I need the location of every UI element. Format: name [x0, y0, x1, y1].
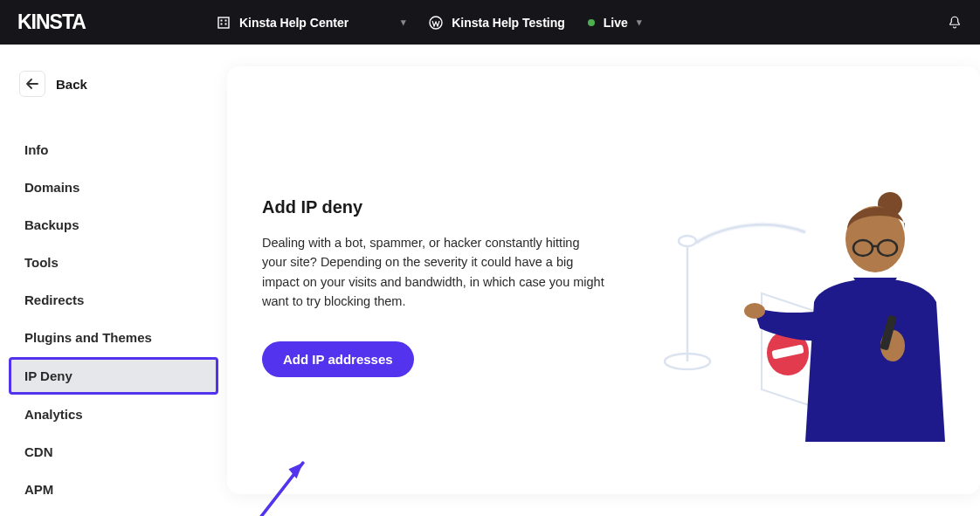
svg-rect-1 [220, 19, 222, 21]
sidebar-item-tools[interactable]: Tools [9, 244, 218, 280]
svg-rect-4 [224, 23, 226, 24]
svg-point-8 [679, 236, 696, 246]
building-icon [217, 16, 231, 30]
env-selector[interactable]: Live ▾ [588, 16, 642, 30]
svg-line-24 [247, 463, 303, 516]
sidebar-item-ip-deny[interactable]: IP Deny [9, 357, 218, 395]
chevron-down-icon: ▾ [401, 17, 406, 28]
svg-marker-25 [288, 463, 302, 478]
sidebar-item-domains[interactable]: Domains [9, 169, 218, 205]
sidebar: Back Info Domains Backups Tools Redirect… [0, 45, 227, 516]
chevron-down-icon: ▾ [637, 17, 642, 28]
back-arrow-icon [19, 71, 45, 97]
env-selector-label: Live [604, 16, 628, 30]
page-description: Dealing with a bot, spammer, or hacker c… [262, 233, 604, 312]
back-button[interactable]: Back [9, 62, 218, 106]
main-content: Add IP deny Dealing with a bot, spammer,… [227, 45, 980, 516]
bell-icon [947, 15, 963, 31]
back-label: Back [56, 77, 87, 92]
site-selector-label: Kinsta Help Testing [452, 16, 565, 30]
status-dot-icon [588, 19, 595, 26]
site-selector[interactable]: Kinsta Help Testing [429, 16, 565, 30]
org-selector-label: Kinsta Help Center [239, 16, 349, 30]
ip-deny-card: Add IP deny Dealing with a bot, spammer,… [227, 66, 980, 494]
illustration [631, 101, 945, 459]
sidebar-item-backups[interactable]: Backups [9, 207, 218, 243]
page-title: Add IP deny [262, 197, 604, 217]
sidebar-item-plugins-themes[interactable]: Plugins and Themes [9, 320, 218, 355]
sidebar-item-cdn[interactable]: CDN [9, 434, 218, 470]
svg-rect-0 [218, 17, 229, 28]
sidebar-item-redirects[interactable]: Redirects [9, 282, 218, 318]
svg-point-21 [744, 303, 765, 319]
kinsta-logo: KINSTA [17, 10, 86, 34]
topbar: KINSTA Kinsta Help Center ▾ Kinsta Help … [0, 0, 980, 45]
add-ip-addresses-button[interactable]: Add IP addresses [262, 341, 414, 377]
svg-rect-2 [224, 19, 226, 21]
sidebar-item-info[interactable]: Info [9, 132, 218, 168]
org-selector[interactable]: Kinsta Help Center ▾ [217, 16, 406, 30]
notifications-button[interactable] [947, 15, 963, 31]
svg-rect-3 [220, 23, 222, 24]
arrow-annotation-icon [236, 455, 314, 516]
bouncer-illustration-icon [631, 180, 945, 459]
wordpress-icon [429, 16, 443, 30]
sidebar-item-apm[interactable]: APM [9, 471, 218, 507]
sidebar-item-analytics[interactable]: Analytics [9, 396, 218, 432]
